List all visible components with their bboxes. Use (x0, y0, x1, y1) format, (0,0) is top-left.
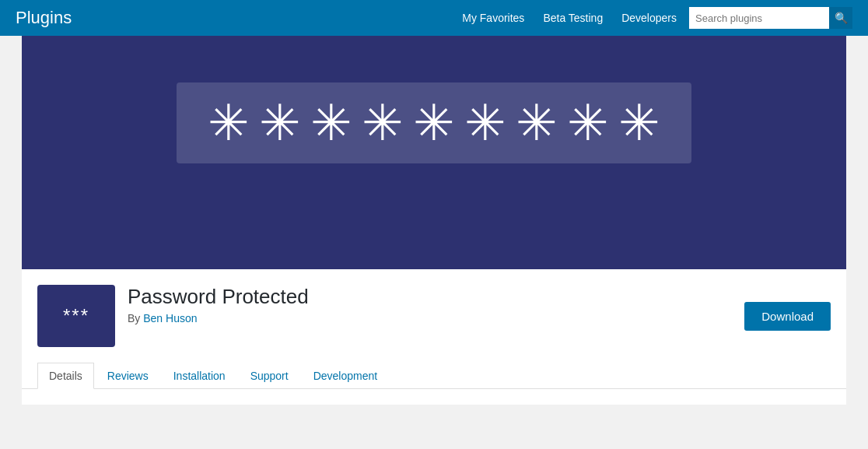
search-button[interactable]: 🔍 (829, 7, 852, 29)
header-title: Plugins (16, 8, 72, 28)
banner-asterisk-3: ✳ (310, 98, 352, 148)
banner-asterisk-8: ✳ (567, 98, 609, 148)
plugin-banner: ✳ ✳ ✳ ✳ ✳ ✳ ✳ ✳ ✳ (22, 36, 846, 269)
plugin-meta: Password Protected By Ben Huson (128, 285, 732, 324)
banner-asterisk-5: ✳ (413, 98, 455, 148)
main-content: ✳ ✳ ✳ ✳ ✳ ✳ ✳ ✳ ✳ *** Password Protected… (22, 36, 846, 405)
plugin-icon-text: *** (63, 305, 89, 327)
banner-asterisk-4: ✳ (362, 98, 404, 148)
search-icon: 🔍 (835, 12, 848, 24)
search-wrapper: 🔍 (689, 7, 852, 29)
header: Plugins My Favorites Beta Testing Develo… (0, 0, 868, 36)
plugin-by-line: By Ben Huson (128, 312, 732, 324)
nav-developers[interactable]: Developers (621, 12, 677, 24)
download-button[interactable]: Download (744, 302, 831, 331)
tab-development[interactable]: Development (302, 363, 390, 388)
nav-my-favorites[interactable]: My Favorites (462, 12, 524, 24)
tab-support[interactable]: Support (239, 363, 300, 388)
header-nav: My Favorites Beta Testing Developers (462, 12, 677, 24)
plugin-name: Password Protected (128, 285, 732, 309)
nav-beta-testing[interactable]: Beta Testing (543, 12, 603, 24)
tab-details[interactable]: Details (37, 363, 94, 389)
plugin-author-link[interactable]: Ben Huson (143, 312, 197, 324)
plugin-info: *** Password Protected By Ben Huson Down… (22, 269, 846, 355)
search-input[interactable] (689, 7, 829, 29)
plugin-icon: *** (37, 285, 115, 347)
by-label: By (128, 312, 140, 324)
banner-asterisk-9: ✳ (618, 98, 660, 148)
banner-password-field: ✳ ✳ ✳ ✳ ✳ ✳ ✳ ✳ ✳ (177, 82, 691, 163)
banner-asterisk-6: ✳ (464, 98, 506, 148)
tab-installation[interactable]: Installation (162, 363, 237, 388)
banner-asterisk-7: ✳ (516, 98, 558, 148)
banner-asterisk-2: ✳ (259, 98, 301, 148)
banner-asterisk-1: ✳ (208, 98, 250, 148)
plugin-tabs: Details Reviews Installation Support Dev… (22, 355, 846, 389)
tab-reviews[interactable]: Reviews (96, 363, 160, 388)
